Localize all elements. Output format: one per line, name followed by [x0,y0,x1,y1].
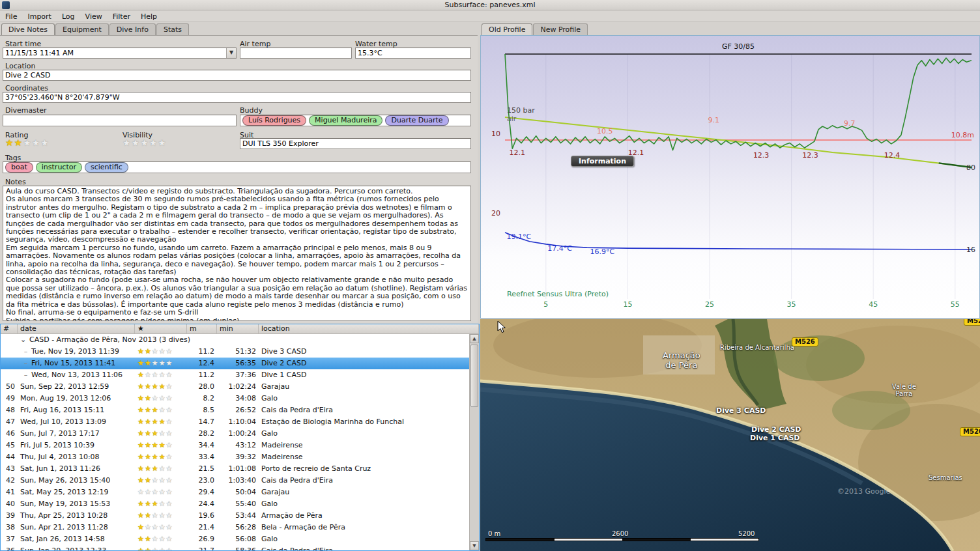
location-input[interactable] [3,70,471,81]
menu-import[interactable]: Import [22,12,57,21]
menu-view[interactable]: View [80,12,108,21]
tree-branch-icon: – [20,346,31,358]
map-scale-bar [485,538,759,541]
menu-log[interactable]: Log [57,12,80,21]
notes-textarea[interactable]: Aula do curso CASD. Transectos c/video e… [3,186,471,321]
map-marker-dive1[interactable]: Dive 1 CASD [750,434,800,442]
dive-row[interactable]: 42Sun, May 26, 2013 15:40★★★★★23.01:03:4… [1,475,469,487]
tab-stats[interactable]: Stats [156,23,189,36]
menu-file[interactable]: File [0,12,22,21]
tab-dive-notes[interactable]: Dive Notes [1,23,55,36]
window-title: Subsurface: paneves.xml [444,1,535,9]
rating-stars: ★★★★★ [137,347,173,356]
coordinates-input[interactable] [3,92,471,103]
collapse-caret-icon[interactable]: ⌄ [20,334,29,346]
col-rating[interactable]: ★ [135,324,187,333]
depth-annotation: 12.4 [884,151,901,160]
menu-filter[interactable]: Filter [108,12,136,21]
tag-chip[interactable]: instructor [36,162,82,173]
subsurface-window: Subsurface: paneves.xml File Import Log … [0,0,980,551]
dive-list-scrollbar[interactable]: ▲ ▼ [469,334,479,550]
dive-row[interactable]: 45Fri, Jul 5, 2013 10:39★★★★★34.443:12Ma… [1,440,469,451]
time-tick-label: 5 [543,300,548,309]
temperature-label: 19.1°C [507,233,532,241]
dive-row[interactable]: 46Sun, Jul 7, 2013 17:17★★★★★28.21:00:24… [1,428,469,440]
dive-row[interactable]: –Wed, Nov 13, 2013 11:06★★★★★11.237:36Di… [1,369,469,381]
dive-row[interactable]: 44Thu, Jul 4, 2013 10:08★★★★★33.439:32Ma… [1,451,469,463]
divemaster-label: Divemaster [5,106,47,115]
col-date[interactable]: date [18,324,135,333]
dive-row[interactable]: 48Fri, Aug 16, 2013 15:11★★★★★8.526:52Ca… [1,404,469,416]
dive-row[interactable]: 50Sun, Sep 22, 2013 12:59★★★★★28.01:02:2… [1,381,469,393]
information-tooltip[interactable]: Information [571,156,634,167]
col-depth[interactable]: m [187,324,217,333]
start-pressure-label: 150 bar [507,106,535,115]
buddy-chip[interactable]: Miguel Madureira [309,115,382,126]
rating-stars[interactable]: ★★★★★ [5,137,50,148]
trip-group-row[interactable]: ⌄CASD - Armação de Pêra, Nov 2013 (3 div… [1,334,469,346]
dive-profile-chart[interactable]: 51525354555GF 30/8510.8m1020150 barair80… [480,35,980,318]
scale-mid: 2600 [612,530,628,537]
profile-tab-bar: Old Profile New Profile [482,23,588,36]
time-tick-label: 15 [623,300,632,309]
rating-stars: ★★★★★ [137,488,173,496]
rating-stars: ★★★★★ [137,359,173,367]
start-time-input[interactable] [3,48,237,59]
tab-dive-info[interactable]: Dive Info [109,23,156,36]
dive-row[interactable]: 49Mon, Aug 19, 2013 12:06★★★★★8.234:08Ga… [1,393,469,404]
dive-row[interactable]: 40Sun, May 19, 2013 15:53★★★★★24.455:40G… [1,498,469,510]
scroll-up-arrow[interactable]: ▲ [470,334,479,343]
menu-help[interactable]: Help [136,12,162,21]
rating-stars: ★★★★★ [122,139,167,148]
tab-old-profile[interactable]: Old Profile [482,23,532,36]
buddy-chip[interactable]: Luís Rodrigues [242,115,306,126]
visibility-stars[interactable]: ★★★★★ [122,137,167,148]
col-location[interactable]: location [259,324,479,333]
rating-stars: ★★★★★ [5,139,50,148]
tag-chip[interactable]: scientific [85,162,128,173]
map-imagery [480,319,980,551]
scroll-thumb[interactable] [470,345,478,407]
dive-row[interactable]: –Tue, Nov 19, 2013 11:39★★★★★11.251:32Di… [1,346,469,358]
tags-input[interactable]: boatinstructorscientific [3,162,471,173]
rating-stars: ★★★★★ [137,546,173,550]
road-badge-m526-3: M526 [964,319,980,326]
rating-stars: ★★★★★ [137,371,173,379]
map-attribution: ©2013 Google [837,487,890,496]
water-temp-input[interactable] [355,48,471,59]
time-tick-label: 35 [787,300,796,309]
dive-map[interactable]: Armação de Pêra Ribeira de Alcantarilha … [480,319,980,551]
dive-row[interactable]: 39Thu, Apr 25, 2013 10:28★★★★★19.653:44A… [1,510,469,522]
rating-stars: ★★★★★ [137,511,173,520]
buddy-chip[interactable]: Duarte Duarte [385,115,448,126]
gf-label: GF 30/85 [722,42,755,51]
dive-row[interactable]: 37Sat, Jan 26, 2013 14:58★★★★★26.956:08G… [1,533,469,545]
dive-row[interactable]: –Fri, Nov 15, 2013 11:41★★★★★12.456:35Di… [1,358,469,369]
dive-row[interactable]: 38Sun, Apr 21, 2013 11:28★★★★★21.456:28B… [1,522,469,533]
left-tab-bar: Dive Notes Equipment Dive Info Stats [1,23,190,36]
tab-equipment[interactable]: Equipment [55,23,109,36]
buddy-input[interactable]: Luís RodriguesMiguel MadureiraDuarte Dua… [240,115,471,126]
col-number[interactable]: # [1,324,18,333]
temperature-label: 17.4°C [547,244,572,253]
suit-input[interactable] [240,138,471,149]
tag-chip[interactable]: boat [5,162,33,173]
map-label-vale: Vale de Parra [892,383,916,397]
tab-new-profile[interactable]: New Profile [533,23,588,36]
dive-row[interactable]: 36Sun, Jan 20, 2013 12:33★★★★★21.758:36C… [1,545,469,550]
col-duration[interactable]: min [217,324,259,333]
time-tick-label: 45 [869,300,878,309]
scroll-down-arrow[interactable]: ▼ [470,541,479,550]
dive-row[interactable]: 41Sat, May 25, 2013 12:19★★★★★29.450:04G… [1,487,469,498]
road-badge-m526-1: M526 [792,337,818,346]
divemaster-input[interactable] [3,115,237,126]
title-bar: Subsurface: paneves.xml [0,0,980,10]
map-marker-dive2[interactable]: Dive 2 CASD [751,425,801,434]
air-temp-input[interactable] [240,48,352,59]
dive-row[interactable]: 43Sat, Jun 1, 2013 11:26★★★★★21.51:01:08… [1,463,469,475]
mouse-cursor-icon [497,320,506,333]
start-time-dropdown-arrow[interactable]: ▼ [226,48,236,58]
dive-row[interactable]: 47Wed, Jul 10, 2013 13:09★★★★★14.71:10:0… [1,416,469,428]
map-marker-dive3[interactable]: Dive 3 CASD [716,406,766,415]
depth-profile-line [505,54,972,150]
